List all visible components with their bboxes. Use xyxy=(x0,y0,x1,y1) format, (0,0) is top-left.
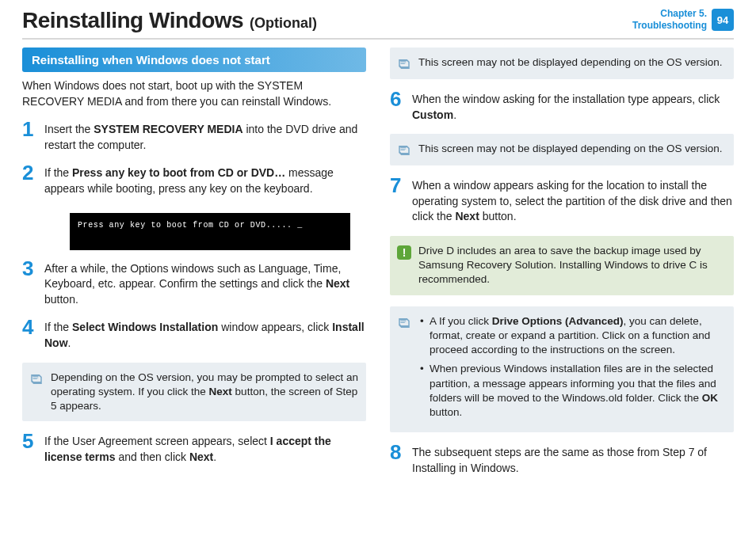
step-8: 8 The subsequent steps are the same as t… xyxy=(390,443,734,476)
right-column: This screen may not be displayed dependi… xyxy=(390,48,734,487)
chapter-label: Chapter 5. Troubleshooting xyxy=(632,8,707,32)
step-body: The subsequent steps are the same as tho… xyxy=(412,443,734,476)
note-drive-options: A If you click Drive Options (Advanced),… xyxy=(390,306,734,433)
section-heading: Reinstalling when Windows does not start xyxy=(22,48,366,72)
list-item: A If you click Drive Options (Advanced),… xyxy=(418,314,726,358)
step-1: 1 Insert the SYSTEM RECOVERY MEDIA into … xyxy=(22,120,366,153)
step-5: 5 If the User Agreement screen appears, … xyxy=(22,432,366,465)
page-number-badge: 94 xyxy=(712,9,734,31)
note-icon xyxy=(397,316,411,330)
warning-body: Drive D includes an area to save the bac… xyxy=(418,244,726,287)
step-body: Insert the SYSTEM RECOVERY MEDIA into th… xyxy=(44,120,366,153)
note-os-version-b: This screen may not be displayed dependi… xyxy=(390,134,734,165)
step-number: 8 xyxy=(390,443,404,476)
step-number: 5 xyxy=(22,432,36,465)
step-body: If the User Agreement screen appears, se… xyxy=(44,432,366,465)
note-icon xyxy=(397,57,411,71)
note-os-version-a: This screen may not be displayed dependi… xyxy=(390,48,734,79)
step-6: 6 When the window asking for the install… xyxy=(390,90,734,123)
step-number: 4 xyxy=(22,318,36,351)
note-icon xyxy=(29,372,44,386)
left-column: Reinstalling when Windows does not start… xyxy=(22,48,366,487)
step-number: 3 xyxy=(22,260,36,308)
step-body: If the Press any key to boot from CD or … xyxy=(44,164,366,196)
note-body: Depending on the OS version, you may be … xyxy=(51,371,358,414)
step-body: After a while, the Options windows such … xyxy=(44,260,366,308)
page-header: Reinstalling Windows (Optional) Chapter … xyxy=(22,8,734,40)
step-number: 1 xyxy=(22,120,36,153)
boot-prompt-screenshot: Press any key to boot from CD or DVD....… xyxy=(70,213,350,250)
intro-text: When Windows does not start, boot up wit… xyxy=(22,78,366,109)
page-subtitle: (Optional) xyxy=(250,15,317,32)
step-number: 6 xyxy=(390,90,404,123)
step-number: 2 xyxy=(22,164,36,196)
warning-drive-d: ! Drive D includes an area to save the b… xyxy=(390,236,734,295)
page-title: Reinstalling Windows xyxy=(22,8,243,33)
note-os-version: Depending on the OS version, you may be … xyxy=(22,363,366,422)
step-body: When the window asking for the installat… xyxy=(412,90,734,123)
step-body: If the Select Windows Installation windo… xyxy=(44,318,366,351)
note-body: This screen may not be displayed dependi… xyxy=(418,142,726,158)
note-body: A If you click Drive Options (Advanced),… xyxy=(418,314,726,425)
step-body: When a window appears asking for the loc… xyxy=(412,177,734,225)
warning-icon: ! xyxy=(397,245,411,260)
step-4: 4 If the Select Windows Installation win… xyxy=(22,318,366,351)
step-number: 7 xyxy=(390,177,404,225)
note-icon xyxy=(397,143,411,158)
step-7: 7 When a window appears asking for the l… xyxy=(390,177,734,225)
step-3: 3 After a while, the Options windows suc… xyxy=(22,260,366,308)
list-item: When previous Windows installation files… xyxy=(418,362,726,420)
note-body: This screen may not be displayed dependi… xyxy=(418,55,726,71)
step-2: 2 If the Press any key to boot from CD o… xyxy=(22,164,366,196)
